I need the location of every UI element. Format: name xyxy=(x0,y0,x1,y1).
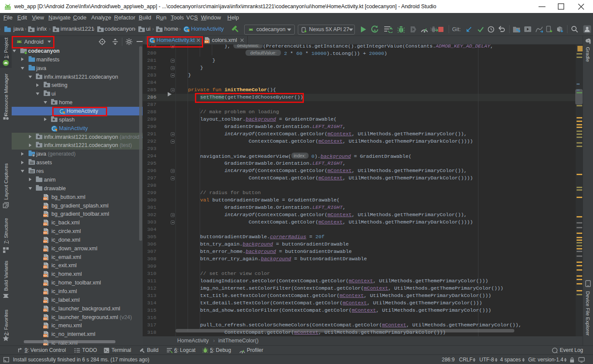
svg-text:<>: <> xyxy=(44,223,47,226)
svg-text:<>: <> xyxy=(44,335,47,338)
svg-text:<>: <> xyxy=(44,258,47,261)
svg-text:<>: <> xyxy=(44,266,47,269)
svg-text:<>: <> xyxy=(44,214,47,217)
svg-text:<>: <> xyxy=(44,283,47,286)
svg-text:<>: <> xyxy=(44,275,47,278)
svg-text:<>: <> xyxy=(205,41,208,44)
svg-text:<>: <> xyxy=(44,300,47,303)
svg-text:<>: <> xyxy=(44,206,47,209)
svg-text:<>: <> xyxy=(44,292,47,295)
svg-text:<>: <> xyxy=(44,240,47,243)
svg-text:<>: <> xyxy=(44,232,47,235)
svg-text:<>: <> xyxy=(44,326,47,329)
svg-text:<>: <> xyxy=(44,249,47,252)
svg-text:<>: <> xyxy=(44,198,47,201)
svg-text:<>: <> xyxy=(44,318,47,321)
svg-text:A: A xyxy=(373,29,376,33)
svg-text:<>: <> xyxy=(44,309,47,312)
